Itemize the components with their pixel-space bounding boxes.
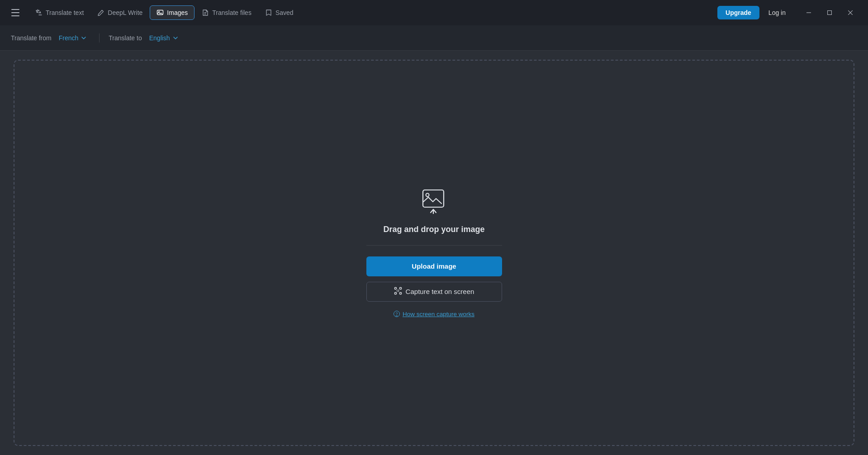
main-content: Drag and drop your image Upload image Ca… <box>0 51 868 455</box>
capture-icon <box>394 287 402 296</box>
translate-to-label: Translate to <box>109 34 142 42</box>
help-circle-icon: ? <box>394 311 400 317</box>
language-divider <box>99 33 100 43</box>
translate-icon <box>35 9 43 16</box>
how-works-label: How screen capture works <box>403 311 474 318</box>
close-button[interactable] <box>840 5 861 20</box>
divider-line <box>366 245 502 246</box>
svg-point-7 <box>426 193 429 196</box>
upload-image-icon <box>421 189 448 216</box>
login-button[interactable]: Log in <box>763 6 791 19</box>
tab-saved[interactable]: Saved <box>259 6 300 19</box>
upload-image-button[interactable]: Upload image <box>366 256 502 276</box>
drop-zone[interactable]: Drag and drop your image Upload image Ca… <box>14 60 854 446</box>
capture-screen-button[interactable]: Capture text on screen <box>366 282 502 302</box>
drag-drop-text: Drag and drop your image <box>383 225 484 234</box>
nav-tabs: Translate text DeepL Write Images <box>29 5 716 20</box>
svg-rect-3 <box>828 11 832 15</box>
tab-deepl-write[interactable]: DeepL Write <box>91 6 149 19</box>
target-language: English <box>149 34 170 42</box>
translate-from-label: Translate from <box>11 34 52 42</box>
tab-deepl-write-label: DeepL Write <box>108 9 142 16</box>
source-lang-chevron-icon <box>81 35 86 41</box>
tab-translate-files[interactable]: Translate files <box>195 6 258 19</box>
capture-screen-label: Capture text on screen <box>406 288 474 295</box>
tab-translate-text[interactable]: Translate text <box>29 6 90 19</box>
images-icon <box>157 9 164 16</box>
target-lang-chevron-icon <box>173 35 178 41</box>
svg-rect-10 <box>399 288 401 289</box>
source-language-selector[interactable]: French <box>55 33 90 43</box>
saved-icon <box>265 9 272 16</box>
titlebar: Translate text DeepL Write Images <box>0 0 868 25</box>
write-icon <box>97 9 104 16</box>
hamburger-icon <box>11 9 19 16</box>
upgrade-button[interactable]: Upgrade <box>717 6 759 19</box>
target-language-selector[interactable]: English <box>146 33 182 43</box>
how-screen-capture-works-link[interactable]: ? How screen capture works <box>394 311 474 318</box>
titlebar-right: Upgrade Log in <box>717 5 861 20</box>
files-icon <box>202 9 209 16</box>
tab-images-label: Images <box>167 9 188 16</box>
window-controls <box>798 5 861 20</box>
tab-images[interactable]: Images <box>150 5 194 20</box>
language-bar: Translate from French Translate to Engli… <box>0 25 868 51</box>
minimize-button[interactable] <box>798 5 819 20</box>
source-language: French <box>59 34 79 42</box>
svg-rect-12 <box>399 293 401 294</box>
menu-button[interactable] <box>7 5 24 21</box>
maximize-button[interactable] <box>819 5 840 20</box>
tab-translate-files-label: Translate files <box>212 9 251 16</box>
tab-saved-label: Saved <box>275 9 294 16</box>
svg-rect-9 <box>394 288 396 289</box>
svg-rect-6 <box>423 190 444 207</box>
svg-rect-11 <box>394 293 396 294</box>
tab-translate-text-label: Translate text <box>46 9 84 16</box>
svg-point-1 <box>159 11 160 12</box>
